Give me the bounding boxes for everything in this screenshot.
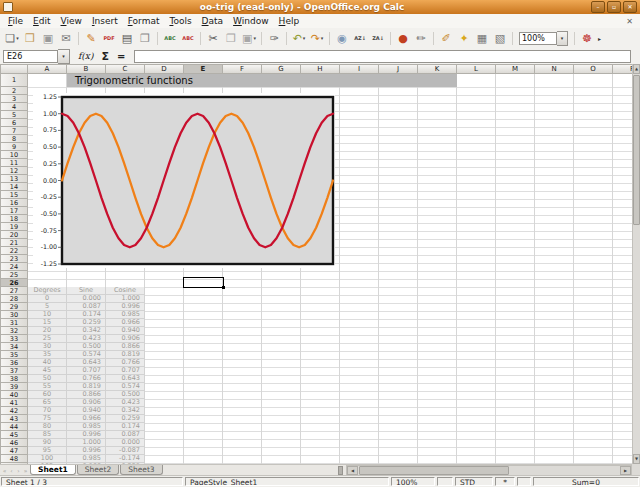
- help-icon[interactable]: ☸: [579, 30, 595, 47]
- menu-file[interactable]: File: [3, 15, 28, 28]
- close-button[interactable]: ✕: [623, 1, 637, 13]
- vertical-scrollbar[interactable]: ▲ ▼: [632, 64, 640, 464]
- row-header-40[interactable]: 40: [0, 391, 28, 399]
- scroll-right-icon[interactable]: ▶: [620, 466, 631, 475]
- gallery-icon[interactable]: ▦: [474, 30, 490, 47]
- tab-nav-first-icon[interactable]: «: [1, 466, 8, 475]
- insert-chart-icon[interactable]: ●: [395, 30, 411, 47]
- row-header-41[interactable]: 41: [0, 399, 28, 407]
- row-header-18[interactable]: 18: [0, 215, 28, 223]
- row-header-20[interactable]: 20: [0, 231, 28, 239]
- row-header-19[interactable]: 19: [0, 223, 28, 231]
- row-header-10[interactable]: 10: [0, 151, 28, 159]
- tab-nav-last-icon[interactable]: »: [22, 466, 29, 475]
- title-cell[interactable]: Trigonometric functions: [67, 74, 457, 87]
- menu-data[interactable]: Data: [197, 15, 229, 28]
- menu-edit[interactable]: Edit: [28, 15, 55, 28]
- toolbar-overflow-icon[interactable]: ▸: [598, 35, 601, 42]
- cell-cursor-E26[interactable]: [183, 277, 224, 288]
- row-header-48[interactable]: 48: [0, 455, 28, 463]
- tab-scrollbar-splitter[interactable]: [338, 466, 343, 475]
- row-header-37[interactable]: 37: [0, 367, 28, 375]
- row-header-23[interactable]: 23: [0, 255, 28, 263]
- row-header-24[interactable]: 24: [0, 263, 28, 271]
- row-header-12[interactable]: 12: [0, 167, 28, 175]
- row-header-25[interactable]: 25: [0, 271, 28, 279]
- menu-tools[interactable]: Tools: [164, 15, 196, 28]
- row-header-9[interactable]: 9: [0, 143, 28, 151]
- tab-nav-previous-icon[interactable]: ‹: [8, 466, 15, 475]
- close-document-icon[interactable]: ✕: [626, 15, 633, 28]
- row-header-29[interactable]: 29: [0, 303, 28, 311]
- paste-icon[interactable]: ▣▾: [241, 30, 257, 47]
- data-sources-icon[interactable]: ▧: [492, 30, 508, 47]
- export-pdf-icon[interactable]: PDF: [101, 30, 117, 47]
- sheet-grid[interactable]: Trigonometric functions 1.251.000.750.50…: [28, 74, 632, 464]
- row-header-4[interactable]: 4: [0, 103, 28, 111]
- row-header-43[interactable]: 43: [0, 415, 28, 423]
- row-header-35[interactable]: 35: [0, 351, 28, 359]
- name-box-dropdown-icon[interactable]: ▾: [58, 49, 70, 64]
- scroll-left-icon[interactable]: ◀: [347, 466, 358, 475]
- hyperlink-icon[interactable]: ◉: [334, 30, 350, 47]
- column-header-J[interactable]: J: [379, 64, 418, 74]
- row-header-33[interactable]: 33: [0, 335, 28, 343]
- spellcheck-icon[interactable]: ABC: [162, 30, 178, 47]
- row-header-21[interactable]: 21: [0, 239, 28, 247]
- menu-format[interactable]: Format: [123, 15, 165, 28]
- row-header-15[interactable]: 15: [0, 191, 28, 199]
- sort-descending-icon[interactable]: ZA↓: [370, 30, 386, 47]
- column-header-O[interactable]: O: [574, 64, 613, 74]
- menu-window[interactable]: Window: [228, 15, 274, 28]
- row-header-26[interactable]: 26: [0, 279, 28, 287]
- row-header-14[interactable]: 14: [0, 183, 28, 191]
- page-preview-icon[interactable]: ❐: [137, 30, 153, 47]
- function-wizard-button[interactable]: f(x): [78, 51, 93, 61]
- horizontal-scroll-thumb[interactable]: [359, 466, 509, 475]
- row-header-5[interactable]: 5: [0, 111, 28, 119]
- column-header-E[interactable]: E: [184, 64, 223, 74]
- email-document-icon[interactable]: ✉: [58, 30, 74, 47]
- column-header-G[interactable]: G: [262, 64, 301, 74]
- row-header-44[interactable]: 44: [0, 423, 28, 431]
- scroll-down-icon[interactable]: ▼: [633, 454, 640, 464]
- save-icon[interactable]: ▣: [40, 30, 56, 47]
- select-all-corner[interactable]: [0, 64, 28, 74]
- format-paintbrush-icon[interactable]: ✑: [266, 30, 282, 47]
- column-header-I[interactable]: I: [340, 64, 379, 74]
- sort-ascending-icon[interactable]: AZ↓: [352, 30, 368, 47]
- tab-sheet1[interactable]: Sheet1: [30, 465, 76, 475]
- row-header-27[interactable]: 27: [0, 287, 28, 295]
- menu-view[interactable]: View: [56, 15, 87, 28]
- sum-button[interactable]: Σ: [101, 50, 109, 63]
- show-draw-functions-icon[interactable]: ✏: [413, 30, 429, 47]
- row-header-17[interactable]: 17: [0, 207, 28, 215]
- row-header-36[interactable]: 36: [0, 359, 28, 367]
- row-header-8[interactable]: 8: [0, 135, 28, 143]
- row-header-38[interactable]: 38: [0, 375, 28, 383]
- minimize-button[interactable]: –: [591, 1, 605, 13]
- zoom-dropdown-icon[interactable]: ▾: [557, 31, 568, 46]
- row-header-2[interactable]: 2: [0, 87, 28, 95]
- row-header-22[interactable]: 22: [0, 247, 28, 255]
- trig-chart-object[interactable]: 1.251.000.750.500.250.00-0.25-0.50-0.75-…: [33, 93, 335, 268]
- navigator-icon[interactable]: ✦: [456, 30, 472, 47]
- status-sum[interactable]: Sum=0: [533, 477, 639, 486]
- column-header-L[interactable]: L: [457, 64, 496, 74]
- tab-sheet2[interactable]: Sheet2: [77, 465, 119, 475]
- tab-nav-next-icon[interactable]: ›: [15, 466, 22, 475]
- column-header-D[interactable]: D: [145, 64, 184, 74]
- menu-insert[interactable]: Insert: [87, 15, 123, 28]
- print-icon[interactable]: ▤: [119, 30, 135, 47]
- row-header-32[interactable]: 32: [0, 327, 28, 335]
- row-header-6[interactable]: 6: [0, 119, 28, 127]
- new-document-icon[interactable]: ❏▾: [4, 30, 20, 47]
- row-header-34[interactable]: 34: [0, 343, 28, 351]
- column-header-A[interactable]: A: [28, 64, 67, 74]
- column-header-N[interactable]: N: [535, 64, 574, 74]
- edit-file-icon[interactable]: ✎: [83, 30, 99, 47]
- find-replace-icon[interactable]: ✐: [438, 30, 454, 47]
- titlebar[interactable]: oo-trig (read-only) - OpenOffice.org Cal…: [0, 0, 640, 15]
- row-header-1[interactable]: 1: [0, 74, 28, 87]
- formula-button[interactable]: =: [117, 51, 125, 62]
